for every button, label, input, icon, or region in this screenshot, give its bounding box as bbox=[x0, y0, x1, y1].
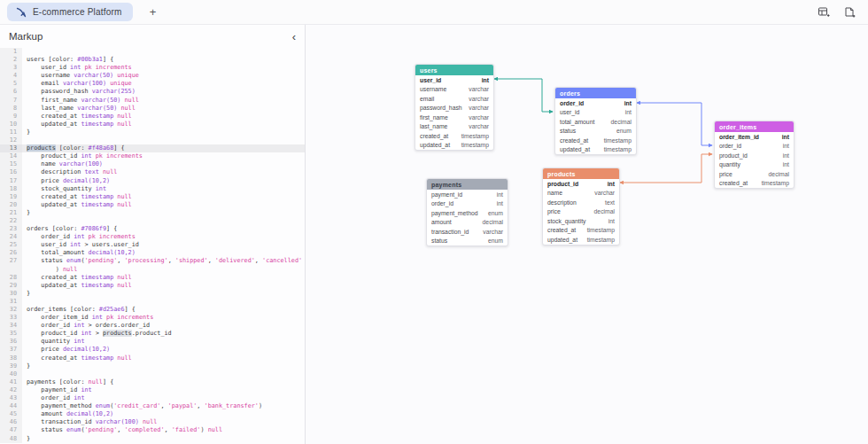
editor-line[interactable]: 30} bbox=[0, 290, 305, 298]
editor-line[interactable]: 19 created_at timestamp null bbox=[0, 193, 305, 201]
collapse-panel-icon[interactable]: ‹ bbox=[292, 31, 296, 43]
field-row-products-name[interactable]: namevarchar bbox=[543, 189, 619, 199]
editor-line[interactable]: 23orders [color: #7086f9] { bbox=[0, 225, 305, 233]
diagram-canvas[interactable]: usersuser_idintusernamevarcharemailvarch… bbox=[306, 25, 868, 444]
editor-line[interactable]: 47 status enum('pending', 'completed', '… bbox=[0, 426, 305, 434]
field-row-payments-payment_method[interactable]: payment_methodenum bbox=[427, 208, 508, 218]
editor-line[interactable]: 6 password_hash varchar(255) bbox=[0, 88, 305, 96]
tab-ecommerce-platform[interactable]: E-commerce Platform bbox=[7, 3, 133, 21]
editor-line[interactable]: 32order_items [color: #d25ae6] { bbox=[0, 306, 305, 314]
editor-line[interactable]: 33 order_item_id int pk increments bbox=[0, 314, 305, 322]
table-header-products[interactable]: products bbox=[543, 168, 619, 179]
field-row-order_items-quantity[interactable]: quantityint bbox=[715, 160, 794, 170]
editor-line[interactable]: 43 order_id int bbox=[0, 394, 305, 402]
field-row-order_items-price[interactable]: pricedecimal bbox=[715, 169, 794, 179]
table-header-order_items[interactable]: order_items bbox=[715, 121, 794, 132]
editor-line[interactable]: 27 status enum('pending', 'processing', … bbox=[0, 257, 305, 265]
editor-line[interactable]: 29 updated_at timestamp null bbox=[0, 282, 305, 290]
field-row-payments-order_id[interactable]: order_idint bbox=[427, 199, 508, 209]
editor-line[interactable]: 7 first_name varchar(50) null bbox=[0, 97, 305, 105]
editor-line[interactable]: 11} bbox=[0, 129, 305, 136]
field-row-orders-created_at[interactable]: created_attimestamp bbox=[555, 136, 636, 145]
relationship-order_items.order_id-to-orders.order_id[interactable] bbox=[637, 103, 712, 145]
editor-line[interactable]: 34 order_id int > orders.order_id bbox=[0, 322, 305, 330]
field-row-users-first_name[interactable]: first_namevarchar bbox=[415, 113, 493, 122]
table-header-payments[interactable]: payments bbox=[427, 179, 508, 190]
table-node-order_items[interactable]: order_itemsorder_item_idintorder_idintpr… bbox=[714, 121, 794, 189]
field-row-orders-user_id[interactable]: user_idint bbox=[555, 108, 636, 118]
editor-line[interactable]: 24 order_id int pk increments bbox=[0, 233, 305, 241]
editor-line[interactable]: 21} bbox=[0, 209, 305, 217]
table-node-products[interactable]: productsproduct_idintnamevarchardescript… bbox=[542, 167, 620, 245]
editor-line[interactable]: 16 description text null bbox=[0, 168, 305, 176]
table-header-users[interactable]: users bbox=[415, 65, 493, 75]
field-row-products-updated_at[interactable]: updated_attimestamp bbox=[543, 235, 619, 245]
editor-line[interactable]: 38 created_at timestamp null bbox=[0, 354, 305, 362]
field-row-orders-status[interactable]: statusenum bbox=[555, 127, 636, 136]
editor-line[interactable]: ) null bbox=[0, 266, 305, 274]
editor-line[interactable]: 17 price decimal(10,2) bbox=[0, 177, 305, 185]
editor-line[interactable]: 9 created_at timestamp null bbox=[0, 113, 305, 121]
field-row-users-last_name[interactable]: last_namevarchar bbox=[415, 122, 493, 132]
editor-line[interactable]: 15 name varchar(100) bbox=[0, 160, 305, 168]
editor-line[interactable]: 41payments [color: null] { bbox=[0, 378, 305, 386]
field-row-orders-updated_at[interactable]: updated_attimestamp bbox=[555, 145, 636, 155]
editor-line[interactable]: 42 payment_id int bbox=[0, 386, 305, 394]
editor-line[interactable]: 36 quantity int bbox=[0, 338, 305, 346]
editor-line[interactable]: 14 product_id int pk increments bbox=[0, 152, 305, 160]
field-row-products-created_at[interactable]: created_attimestamp bbox=[543, 226, 619, 236]
editor-line[interactable]: 40 bbox=[0, 370, 305, 378]
editor-line[interactable]: 2users [color: #00b3a1] { bbox=[0, 56, 305, 64]
field-row-users-created_at[interactable]: created_attimestamp bbox=[415, 131, 493, 141]
field-row-payments-transaction_id[interactable]: transaction_idvarchar bbox=[427, 227, 508, 237]
field-row-order_items-order_item_id[interactable]: order_item_idint bbox=[715, 132, 794, 142]
table-header-orders[interactable]: orders bbox=[555, 88, 636, 98]
editor-line[interactable]: 20 updated_at timestamp null bbox=[0, 201, 305, 209]
relationship-order_items.product_id-to-products.product_id[interactable] bbox=[620, 154, 712, 183]
editor-line[interactable]: 39} bbox=[0, 362, 305, 370]
editor-line[interactable]: 25 user_id int > users.user_id bbox=[0, 241, 305, 249]
table-node-payments[interactable]: paymentspayment_idintorder_idintpayment_… bbox=[426, 178, 508, 246]
editor-line[interactable]: 26 total_amount decimal(10,2) bbox=[0, 249, 305, 257]
field-row-products-description[interactable]: descriptiontext bbox=[543, 198, 619, 207]
field-row-payments-payment_id[interactable]: payment_idint bbox=[427, 190, 508, 199]
field-row-products-stock_quantity[interactable]: stock_quantityint bbox=[543, 216, 619, 226]
editor-line[interactable]: 12 bbox=[0, 136, 305, 144]
field-row-order_items-product_id[interactable]: product_idint bbox=[715, 151, 794, 160]
editor-line[interactable]: 35 product_id int > products.product_id bbox=[0, 330, 305, 338]
editor-line[interactable]: 1 bbox=[0, 48, 305, 56]
editor-line[interactable]: 5 email varchar(100) unique bbox=[0, 80, 305, 88]
markup-code-editor[interactable]: 12users [color: #00b3a1] {3 user_id int … bbox=[0, 48, 305, 444]
field-row-orders-total_amount[interactable]: total_amountdecimal bbox=[555, 117, 636, 127]
editor-line[interactable]: 28 created_at timestamp null bbox=[0, 274, 305, 282]
field-row-orders-order_id[interactable]: order_idint bbox=[555, 98, 636, 108]
add-table-icon[interactable] bbox=[817, 5, 830, 19]
field-row-users-email[interactable]: emailvarchar bbox=[415, 94, 493, 104]
editor-line[interactable]: 46 transaction_id varchar(100) null bbox=[0, 418, 305, 426]
field-row-users-username[interactable]: usernamevarchar bbox=[415, 85, 493, 95]
editor-line[interactable]: 3 user_id int pk increments bbox=[0, 64, 305, 72]
field-row-payments-amount[interactable]: amountdecimal bbox=[427, 218, 508, 228]
editor-line[interactable]: 37 price decimal(10,2) bbox=[0, 346, 305, 354]
editor-line[interactable]: 10 updated_at timestamp null bbox=[0, 121, 305, 129]
editor-line[interactable]: 44 payment_method enum('credit_card', 'p… bbox=[0, 402, 305, 410]
editor-line[interactable]: 22 bbox=[0, 217, 305, 225]
field-row-products-price[interactable]: pricedecimal bbox=[543, 207, 619, 217]
editor-line[interactable]: 31 bbox=[0, 298, 305, 306]
relationship-orders.user_id-to-users.user_id[interactable] bbox=[494, 79, 553, 112]
editor-line[interactable]: 4 username varchar(50) unique bbox=[0, 72, 305, 80]
editor-line[interactable]: 13products [color: #f48a68] { bbox=[0, 144, 305, 152]
table-node-orders[interactable]: ordersorder_idintuser_idinttotal_amountd… bbox=[554, 87, 637, 155]
table-node-users[interactable]: usersuser_idintusernamevarcharemailvarch… bbox=[415, 64, 494, 151]
editor-line[interactable]: 48} bbox=[0, 435, 305, 443]
field-row-order_items-order_id[interactable]: order_idint bbox=[715, 142, 794, 152]
editor-line[interactable]: 8 last_name varchar(50) null bbox=[0, 105, 305, 113]
field-row-order_items-created_at[interactable]: created_attimestamp bbox=[715, 179, 794, 189]
editor-line[interactable]: 45 amount decimal(10,2) bbox=[0, 410, 305, 418]
field-row-users-updated_at[interactable]: updated_attimestamp bbox=[415, 141, 493, 151]
field-row-users-password_hash[interactable]: password_hashvarchar bbox=[415, 104, 493, 113]
add-note-icon[interactable] bbox=[842, 5, 856, 19]
field-row-products-product_id[interactable]: product_idint bbox=[543, 179, 619, 189]
editor-line[interactable]: 18 stock_quantity int bbox=[0, 185, 305, 193]
field-row-payments-status[interactable]: statusenum bbox=[427, 237, 508, 246]
